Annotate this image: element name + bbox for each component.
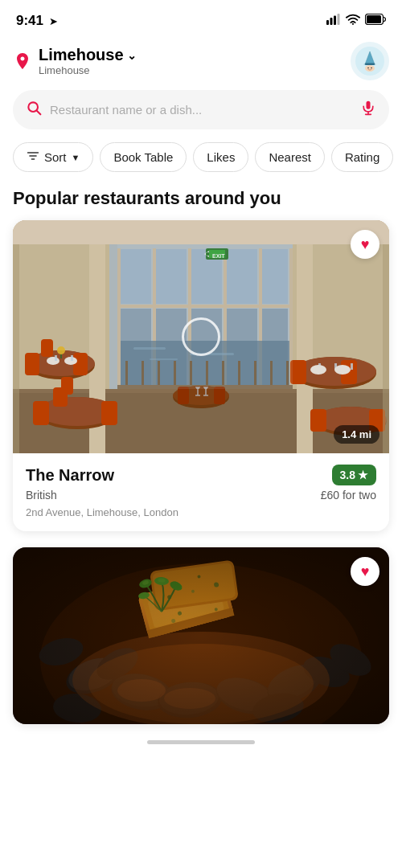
food-image: ♥ xyxy=(13,547,389,724)
home-indicator xyxy=(147,740,255,744)
rating-value: 3.8 xyxy=(340,469,355,481)
svg-rect-2 xyxy=(334,16,336,26)
sort-icon xyxy=(27,149,39,165)
wifi-icon xyxy=(346,14,360,28)
favorite-button[interactable]: ♥ xyxy=(351,230,379,259)
microphone-icon[interactable] xyxy=(360,100,376,120)
search-icon xyxy=(26,100,42,120)
status-bar: 9:41 ➤ xyxy=(0,0,402,35)
search-container: Restaurant name or a dish... xyxy=(13,90,389,129)
restaurant-card-second[interactable]: ♥ xyxy=(13,547,389,724)
location-text: Limehouse ⌄ Limehouse xyxy=(39,46,137,76)
star-icon: ★ xyxy=(358,469,368,481)
favorite-button-second[interactable]: ♥ xyxy=(351,557,379,586)
nearest-label: Nearest xyxy=(269,150,311,164)
heart-icon-second: ♥ xyxy=(361,563,370,580)
chevron-down-icon: ⌄ xyxy=(127,49,137,62)
rating-chip[interactable]: Rating xyxy=(331,142,393,172)
search-bar[interactable]: Restaurant name or a dish... xyxy=(13,90,389,129)
heart-icon: ♥ xyxy=(361,236,370,253)
book-table-label: Book Table xyxy=(113,150,173,164)
svg-rect-1 xyxy=(330,18,333,25)
battery-icon xyxy=(365,14,386,28)
svg-rect-14 xyxy=(367,101,371,109)
svg-line-13 xyxy=(37,111,41,115)
city-name: Limehouse ⌄ xyxy=(39,46,137,64)
likes-chip[interactable]: Likes xyxy=(193,142,248,172)
svg-rect-6 xyxy=(367,15,381,23)
svg-rect-152 xyxy=(13,547,389,724)
user-avatar-button[interactable] xyxy=(351,42,389,80)
restaurant-image: EXIT xyxy=(13,220,389,453)
card-meta: British £60 for two xyxy=(26,489,376,502)
restaurant-card[interactable]: EXIT xyxy=(13,220,389,531)
svg-point-4 xyxy=(352,23,354,25)
rating-badge: 3.8 ★ xyxy=(332,465,376,485)
location-arrow-icon: ➤ xyxy=(49,15,58,27)
distance-badge: 1.4 mi xyxy=(334,425,379,444)
status-icons xyxy=(326,14,386,28)
status-time-area: 9:41 ➤ xyxy=(16,13,58,29)
svg-point-9 xyxy=(365,65,375,72)
card-top-row: The Narrow 3.8 ★ xyxy=(26,465,376,485)
signal-icon xyxy=(326,14,341,28)
header: Limehouse ⌄ Limehouse xyxy=(0,35,402,90)
svg-rect-3 xyxy=(338,14,340,25)
search-placeholder: Restaurant name or a dish... xyxy=(50,103,352,117)
suburb-name: Limehouse xyxy=(39,64,137,76)
location-pin-icon xyxy=(13,51,32,71)
status-time: 9:41 xyxy=(16,13,43,28)
restaurant-info: The Narrow 3.8 ★ British £60 for two 2nd… xyxy=(13,453,389,531)
rating-label: Rating xyxy=(345,150,379,164)
filter-bar: Sort ▼ Book Table Likes Nearest Rating xyxy=(0,142,402,188)
popular-section-title: Popular restaurants around you xyxy=(0,188,402,220)
restaurant-name: The Narrow xyxy=(26,466,114,485)
sort-chip[interactable]: Sort ▼ xyxy=(13,142,93,172)
restaurant-address: 2nd Avenue, Limehouse, London xyxy=(26,506,376,518)
svg-rect-0 xyxy=(326,20,329,25)
sort-label: Sort xyxy=(44,150,67,164)
location-block[interactable]: Limehouse ⌄ Limehouse xyxy=(13,46,137,76)
svg-rect-103 xyxy=(117,244,293,389)
svg-rect-8 xyxy=(365,63,375,66)
sort-chevron-icon: ▼ xyxy=(72,153,80,162)
svg-point-10 xyxy=(367,68,369,69)
video-play-button[interactable] xyxy=(182,317,220,356)
likes-label: Likes xyxy=(207,150,235,164)
book-table-chip[interactable]: Book Table xyxy=(100,142,187,172)
price-info: £60 for two xyxy=(321,489,376,502)
svg-point-11 xyxy=(371,68,372,69)
nearest-chip[interactable]: Nearest xyxy=(255,142,325,172)
cuisine-type: British xyxy=(26,489,57,502)
